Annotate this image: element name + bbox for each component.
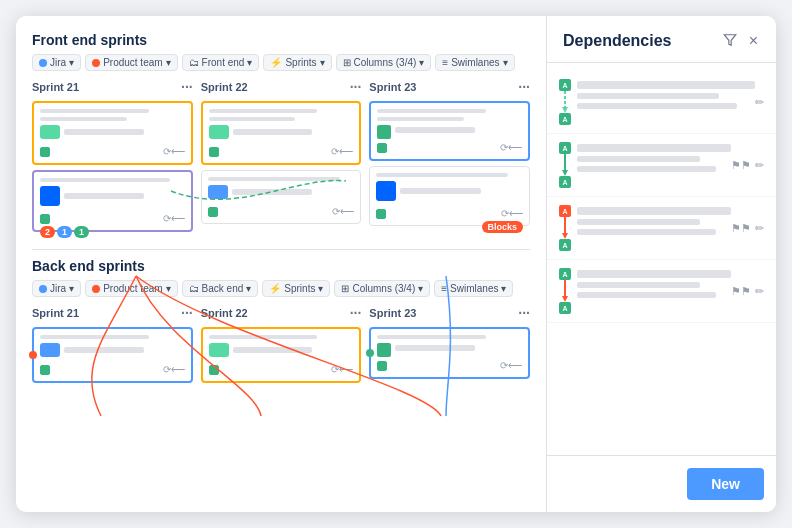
front-s21-card2[interactable]: ⟳⟵ 2 1 1 [32,170,193,232]
dep-left-4: A A [559,268,731,314]
dep-lines-3 [577,205,731,235]
dep-item-1: A A ✏ [547,71,776,134]
back-s21-card1[interactable]: ⟳⟵ [32,327,193,383]
front-s22-card2[interactable]: ⟳⟵ [201,170,362,224]
back-sprint-23: Sprint 23 ··· ⟳⟵ [369,305,530,388]
dep-actions-2: ⚑⚑ ✏ [731,159,764,172]
back-sprint-21-menu[interactable]: ··· [181,305,193,321]
dep-left-2: A A [559,142,731,188]
badge-group-s21: 2 1 1 [40,226,89,238]
dep-node-top-2: A [559,142,571,154]
back-s23-card1[interactable]: ⟳⟵ [369,327,530,379]
dep-arrow-1 [560,91,570,113]
dep-left-1: A A [559,79,755,125]
close-icon-btn[interactable]: × [747,30,760,52]
filter-swimlanes-back[interactable]: ≡ Swimlanes ▾ [434,280,513,297]
section-divider [32,249,530,250]
dep-actions-1: ✏ [755,96,764,109]
dep-lines-2 [577,142,731,172]
back-s22-card1[interactable]: ⟳⟵ [201,327,362,383]
front-sprint-columns: Sprint 21 ··· ⟳⟵ [32,79,530,237]
edit-icon-2[interactable]: ✏ [755,159,764,172]
dep-node-bot-1: A [559,113,571,125]
dep-item-2: A A ⚑⚑ ✏ [547,134,776,197]
back-filter-bar: Jira ▾ Product team ▾ 🗂 Back end ▾ ⚡ Spr… [32,280,530,297]
deps-header: Dependencies × [547,16,776,63]
back-sprint-columns: Sprint 21 ··· ⟳⟵ [32,305,530,388]
main-container: Front end sprints Jira ▾ Product team ▾ … [16,16,776,512]
dep-lines-1 [577,79,755,109]
dep-node-top-4: A [559,268,571,280]
dependencies-panel: Dependencies × A [546,16,776,512]
badge-blue: 1 [57,226,72,238]
dep-node-bot-4: A [559,302,571,314]
filter-sprints-back[interactable]: ⚡ Sprints ▾ [262,280,330,297]
edit-icon-3[interactable]: ✏ [755,222,764,235]
svg-marker-0 [724,34,736,45]
filter-columns-front[interactable]: ⊞ Columns (3/4) ▾ [336,54,432,71]
front-sprint-23-header: Sprint 23 ··· [369,79,530,95]
back-sprint-22: Sprint 22 ··· ⟳⟵ [201,305,362,388]
front-sprint-22-menu[interactable]: ··· [350,79,362,95]
dep-actions-3: ⚑⚑ ✏ [731,222,764,235]
front-sprint-21-header: Sprint 21 ··· [32,79,193,95]
front-s23-card1[interactable]: ⟳⟵ [369,101,530,161]
filter-backend[interactable]: 🗂 Back end ▾ [182,280,259,297]
flag-icon-4[interactable]: ⚑⚑ [731,285,751,298]
front-sprint-22: Sprint 22 ··· ⟳⟵ [201,79,362,237]
front-end-title: Front end sprints [32,32,530,48]
back-sprint-21: Sprint 21 ··· ⟳⟵ [32,305,193,388]
blocks-badge: Blocks [482,221,524,233]
deps-list: A A ✏ [547,63,776,455]
front-s22-card1[interactable]: ⟳⟵ [201,101,362,165]
front-sprint-23: Sprint 23 ··· ⟳⟵ [369,79,530,237]
back-sprint-23-menu[interactable]: ··· [518,305,530,321]
filter-jira-front[interactable]: Jira ▾ [32,54,81,71]
dep-arrow-2 [560,154,570,176]
dep-node-bot-2: A [559,176,571,188]
front-sprint-21-menu[interactable]: ··· [181,79,193,95]
back-sprint-22-menu[interactable]: ··· [350,305,362,321]
edit-icon-4[interactable]: ✏ [755,285,764,298]
filter-swimlanes-front[interactable]: ≡ Swimlanes ▾ [435,54,514,71]
front-filter-bar: Jira ▾ Product team ▾ 🗂 Front end ▾ ⚡ Sp… [32,54,530,71]
dep-arrow-4 [560,280,570,302]
dep-node-top-3: A [559,205,571,217]
flag-icon-3[interactable]: ⚑⚑ [731,222,751,235]
dep-lines-4 [577,268,731,298]
front-sprint-22-header: Sprint 22 ··· [201,79,362,95]
dep-left-3: A A [559,205,731,251]
filter-sprints-front[interactable]: ⚡ Sprints ▾ [263,54,331,71]
dep-actions-4: ⚑⚑ ✏ [731,285,764,298]
flag-icon-2[interactable]: ⚑⚑ [731,159,751,172]
board-area: Front end sprints Jira ▾ Product team ▾ … [16,16,546,512]
dep-chain-4: A A [559,268,571,314]
badge-green: 1 [74,226,89,238]
filter-product-back[interactable]: Product team ▾ [85,280,177,297]
filter-icon-btn[interactable] [721,31,739,52]
edit-icon-1[interactable]: ✏ [755,96,764,109]
dep-node-bot-3: A [559,239,571,251]
filter-jira-back[interactable]: Jira ▾ [32,280,81,297]
front-sprint-23-menu[interactable]: ··· [518,79,530,95]
dep-arrow-3 [560,217,570,239]
filter-product-front[interactable]: Product team ▾ [85,54,177,71]
back-end-title: Back end sprints [32,258,530,274]
dep-item-4: A A ⚑⚑ ✏ [547,260,776,323]
deps-footer: New [547,455,776,512]
front-s23-card2[interactable]: ⟳⟵ Blocks [369,166,530,226]
dep-chain-2: A A [559,142,571,188]
back-sprint-21-header: Sprint 21 ··· [32,305,193,321]
back-sprint-22-header: Sprint 22 ··· [201,305,362,321]
back-sprint-23-header: Sprint 23 ··· [369,305,530,321]
filter-columns-back[interactable]: ⊞ Columns (3/4) ▾ [334,280,430,297]
dep-chain-1: A A [559,79,571,125]
filter-frontend[interactable]: 🗂 Front end ▾ [182,54,260,71]
back-end-section: Back end sprints Jira ▾ Product team ▾ 🗂… [32,258,530,388]
dep-item-3: A A ⚑⚑ ✏ [547,197,776,260]
front-s21-card1[interactable]: ⟳⟵ [32,101,193,165]
new-button[interactable]: New [687,468,764,500]
badge-red: 2 [40,226,55,238]
dep-chain-3: A A [559,205,571,251]
front-end-section: Front end sprints Jira ▾ Product team ▾ … [32,32,530,237]
